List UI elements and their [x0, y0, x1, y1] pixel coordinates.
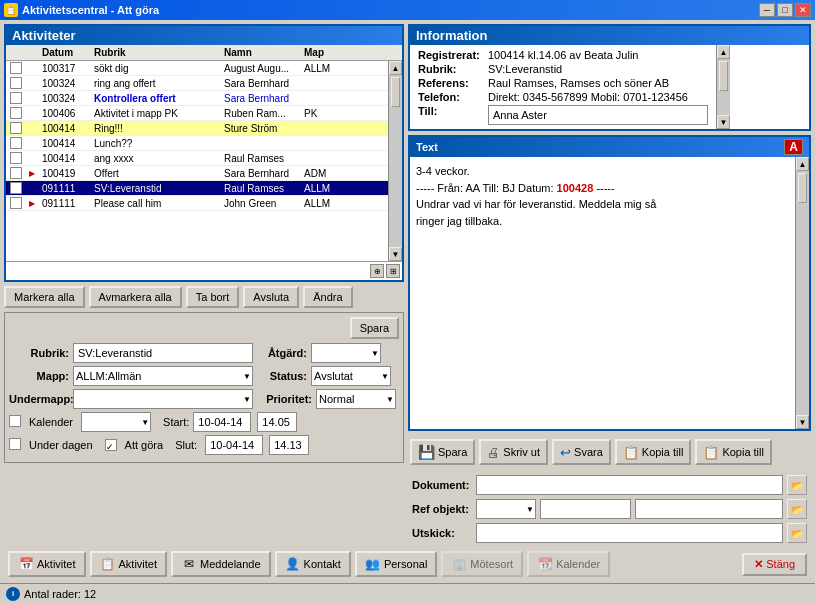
text-scroll-down[interactable]: ▼: [796, 415, 809, 429]
kalender-button[interactable]: 📆 Kalender: [527, 551, 610, 577]
table-row[interactable]: 100414Ring!!!Sture Ström: [6, 121, 388, 136]
table-row[interactable]: ▶100419OffertSara BernhardADM: [6, 166, 388, 181]
info-scroll-up[interactable]: ▲: [717, 45, 730, 59]
stang-x-icon: ✕: [754, 558, 763, 571]
row-checkbox[interactable]: [8, 107, 24, 119]
kopia-till-2-button[interactable]: 📋 Kopia till: [695, 439, 772, 465]
under-dagen-checkbox[interactable]: [9, 438, 23, 452]
table-row[interactable]: 100317sökt digAugust Augu...ALLM: [6, 61, 388, 76]
andra-button[interactable]: Ändra: [303, 286, 352, 308]
aktivitet1-button[interactable]: 📅 Aktivitet: [8, 551, 86, 577]
scroll-down-btn[interactable]: ▼: [389, 247, 402, 261]
skriv-ut-button[interactable]: 🖨 Skriv ut: [479, 439, 548, 465]
maximize-button[interactable]: □: [777, 3, 793, 17]
text-icon: A: [784, 139, 803, 155]
aktivitet1-icon: 📅: [18, 556, 34, 572]
dokument-browse-button[interactable]: 📂: [787, 475, 807, 495]
info-scrollbar[interactable]: ▲ ▼: [716, 45, 730, 129]
row-rubrik: Lunch??: [92, 138, 222, 149]
left-panel: Aktiviteter Datum Rubrik Namn Map 100317…: [4, 24, 404, 545]
start-time-input[interactable]: [257, 412, 297, 432]
minimize-button[interactable]: ─: [759, 3, 775, 17]
row-checkbox[interactable]: [8, 197, 24, 209]
kalender-checkbox[interactable]: [9, 415, 23, 429]
table-row[interactable]: ▶091111Please call himJohn GreenALLM: [6, 196, 388, 211]
row-checkbox[interactable]: [8, 167, 24, 179]
row-checkbox[interactable]: [8, 62, 24, 74]
atgard-select[interactable]: [311, 343, 381, 363]
ref-objekt-input2[interactable]: [635, 499, 783, 519]
zoom-in-btn[interactable]: ⊕: [370, 264, 384, 278]
att-gora-checkbox[interactable]: [105, 439, 119, 452]
info-scroll-down[interactable]: ▼: [717, 115, 730, 129]
row-namn: Sture Ström: [222, 123, 302, 134]
row-checkbox[interactable]: [8, 92, 24, 104]
ref-objekt-browse-button[interactable]: 📂: [787, 499, 807, 519]
row-checkbox[interactable]: [8, 137, 24, 149]
row-rubrik: Ring!!!: [92, 123, 222, 134]
personal-button[interactable]: 👥 Personal: [355, 551, 437, 577]
row-checkbox[interactable]: [8, 77, 24, 89]
text-scrollbar[interactable]: ▲ ▼: [795, 157, 809, 429]
zoom-out-btn[interactable]: ⊞: [386, 264, 400, 278]
slut-date-input[interactable]: [205, 435, 263, 455]
text-panel: Text A 3-4 veckor. ----- Från: AA Till: …: [408, 135, 811, 431]
mapp-select[interactable]: ALLM:Allmän: [73, 366, 253, 386]
aktivitet2-button[interactable]: 📋 Aktivitet: [90, 551, 168, 577]
markera-alla-button[interactable]: Markera alla: [4, 286, 85, 308]
bottom-toolbar: 📅 Aktivitet 📋 Aktivitet ✉ Meddelande 👤 K…: [4, 549, 811, 579]
row-rubrik: Offert: [92, 168, 222, 179]
row-rubrik: Aktivitet i mapp PK: [92, 108, 222, 119]
row-arrow: ▶: [24, 199, 40, 208]
stang-button[interactable]: ✕ Stäng: [742, 553, 807, 576]
mapp-label: Mapp:: [9, 370, 69, 382]
motesort-button[interactable]: 🏢 Mötesort: [441, 551, 523, 577]
kalender-select[interactable]: [81, 412, 151, 432]
table-row[interactable]: 100324ring ang offertSara Bernhard: [6, 76, 388, 91]
close-button[interactable]: ✕: [795, 3, 811, 17]
avmarkera-alla-button[interactable]: Avmarkera alla: [89, 286, 182, 308]
meddelande-button[interactable]: ✉ Meddelande: [171, 551, 271, 577]
till-input[interactable]: [488, 105, 708, 125]
table-row[interactable]: 100414Lunch??: [6, 136, 388, 151]
row-checkbox[interactable]: [8, 182, 24, 194]
row-datum: 100419: [40, 168, 92, 179]
svara-label: Svara: [574, 446, 603, 458]
row-namn: Sara Bernhard: [222, 78, 302, 89]
row-rubrik: SV:Leveranstid: [92, 183, 222, 194]
ref-objekt-select[interactable]: [476, 499, 536, 519]
form-save-button[interactable]: Spara: [350, 317, 399, 339]
avsluta-button[interactable]: Avsluta: [243, 286, 299, 308]
svara-icon: ↩: [560, 445, 571, 460]
svara-button[interactable]: ↩ Svara: [552, 439, 611, 465]
col-rubrik: Rubrik: [92, 46, 222, 59]
kopia-till-1-button[interactable]: 📋 Kopia till: [615, 439, 692, 465]
text-scroll-up[interactable]: ▲: [796, 157, 809, 171]
row-checkbox[interactable]: [8, 122, 24, 134]
ta-bort-button[interactable]: Ta bort: [186, 286, 240, 308]
dokument-input[interactable]: [476, 475, 783, 495]
ref-objekt-input1[interactable]: [540, 499, 631, 519]
start-date-input[interactable]: [193, 412, 251, 432]
table-row[interactable]: 100324Kontrollera offertSara Bernhard: [6, 91, 388, 106]
slut-time-input[interactable]: [269, 435, 309, 455]
rubrik-input[interactable]: [73, 343, 253, 363]
table-row[interactable]: 100406Aktivitet i mapp PKRuben Ram...PK: [6, 106, 388, 121]
row-namn: John Green: [222, 198, 302, 209]
spara-action-button[interactable]: 💾 Spara: [410, 439, 475, 465]
table-scrollbar[interactable]: ▲ ▼: [388, 61, 402, 261]
scroll-up-btn[interactable]: ▲: [389, 61, 402, 75]
status-select[interactable]: Avslutat: [311, 366, 391, 386]
utskick-input[interactable]: [476, 523, 783, 543]
undermapp-select[interactable]: [73, 389, 253, 409]
table-row[interactable]: 091111SV:LeveranstidRaul RamsesALLM: [6, 181, 388, 196]
row-rubrik: ang xxxx: [92, 153, 222, 164]
kontakt-button[interactable]: 👤 Kontakt: [275, 551, 351, 577]
table-row[interactable]: 100414ang xxxxRaul Ramses: [6, 151, 388, 166]
row-checkbox[interactable]: [8, 152, 24, 164]
row-datum: 100414: [40, 138, 92, 149]
prioritet-select[interactable]: Normal: [316, 389, 396, 409]
text-line2-suffix: -----: [596, 182, 614, 194]
utskick-browse-button[interactable]: 📂: [787, 523, 807, 543]
ref-objekt-row: Ref objekt: ▼ 📂: [408, 497, 811, 521]
